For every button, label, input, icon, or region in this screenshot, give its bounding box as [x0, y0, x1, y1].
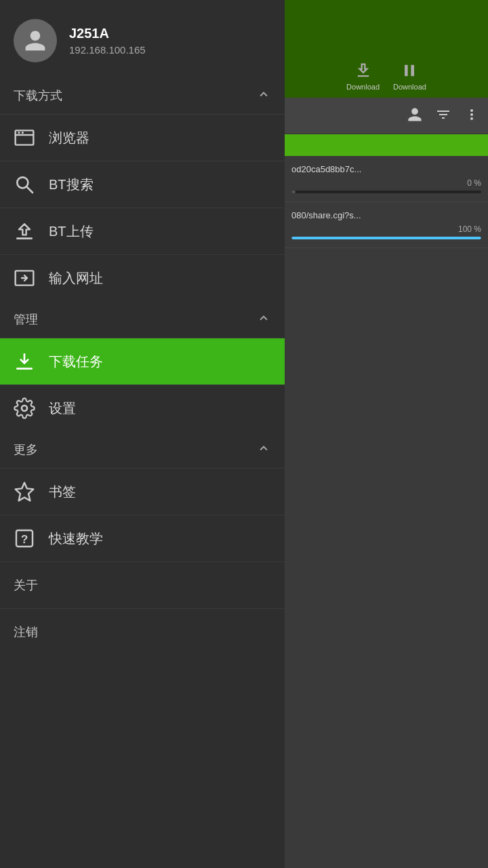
menu-item-browser[interactable]: 浏览器: [0, 114, 285, 161]
footer-logout-label: 注销: [14, 625, 38, 639]
user-ip: 192.168.100.165: [69, 44, 146, 56]
section-manage[interactable]: 管理: [0, 301, 285, 338]
user-name: J251A: [69, 26, 146, 41]
menu-item-download-tasks-label: 下载任务: [49, 353, 103, 371]
enter-url-icon: [14, 267, 35, 289]
chevron-up-icon-manage: [256, 311, 271, 328]
more-vert-icon[interactable]: [464, 106, 480, 125]
footer-about[interactable]: 关于: [0, 561, 285, 608]
download-tasks-icon: [14, 351, 35, 372]
download-item-1-title: od20ca5d8bb7c...: [291, 164, 481, 174]
download-item-2-progress-bar: [291, 237, 481, 239]
svg-point-2: [18, 132, 20, 134]
menu-item-enter-url[interactable]: 输入网址: [0, 254, 285, 301]
menu-item-bt-upload[interactable]: BT上传: [0, 208, 285, 254]
avatar: [14, 19, 57, 62]
user-icon[interactable]: [407, 106, 423, 125]
footer-about-label: 关于: [14, 578, 38, 592]
download-item-1[interactable]: od20ca5d8bb7c... 0 %: [285, 156, 488, 202]
download-tab-icon[interactable]: Download: [346, 61, 380, 91]
user-header: J251A 192.168.100.165: [0, 0, 285, 77]
download-item-1-progress-text: 0 %: [291, 178, 481, 188]
download-item-1-fill: [291, 191, 296, 193]
navigation-drawer: J251A 192.168.100.165 下载方式 浏览器 BT搜索: [0, 0, 285, 868]
menu-item-bt-search[interactable]: BT搜索: [0, 161, 285, 208]
download-item-2-progress-text: 100 %: [291, 224, 481, 234]
right-header: Download Download: [285, 0, 488, 98]
right-toolbar: [285, 98, 488, 134]
download-item-2-fill: [291, 237, 481, 239]
svg-text:?: ?: [21, 532, 28, 546]
section-download-method[interactable]: 下载方式: [0, 77, 285, 114]
menu-item-enter-url-label: 输入网址: [49, 269, 103, 288]
bt-upload-icon: [14, 220, 35, 242]
chevron-up-icon-more: [256, 441, 271, 458]
menu-item-bt-upload-label: BT上传: [49, 222, 94, 241]
section-more[interactable]: 更多: [0, 431, 285, 468]
bookmarks-icon: [14, 481, 35, 502]
download-item-1-progress-bar: [291, 191, 481, 193]
menu-item-quick-tutorial[interactable]: ? 快速教学: [0, 515, 285, 561]
bt-search-icon: [14, 174, 35, 195]
green-status-bar: [285, 134, 488, 156]
svg-point-9: [22, 406, 27, 411]
download-item-2[interactable]: 080/share.cgi?s... 100 %: [285, 202, 488, 248]
menu-item-bookmarks[interactable]: 书签: [0, 468, 285, 515]
svg-line-5: [26, 186, 33, 193]
download2-tab-label: Download: [393, 83, 426, 91]
right-panel: Download Download od20ca5d8bb7c... 0 %: [285, 0, 488, 868]
svg-point-3: [22, 132, 24, 134]
section-more-title: 更多: [14, 441, 38, 458]
download-item-2-title: 080/share.cgi?s...: [291, 210, 481, 220]
menu-item-settings[interactable]: 设置: [0, 384, 285, 431]
menu-item-settings-label: 设置: [49, 399, 76, 418]
menu-item-bt-search-label: BT搜索: [49, 176, 94, 194]
browser-icon: [14, 127, 35, 149]
footer-logout[interactable]: 注销: [0, 608, 285, 655]
download2-tab-icon[interactable]: Download: [393, 61, 426, 91]
user-info: J251A 192.168.100.165: [69, 26, 146, 56]
settings-icon: [14, 397, 35, 419]
quick-tutorial-icon: ?: [14, 528, 35, 549]
filter-icon[interactable]: [435, 106, 451, 125]
section-download-method-title: 下载方式: [14, 87, 62, 104]
download-tab-label: Download: [346, 83, 380, 91]
section-manage-title: 管理: [14, 311, 38, 328]
right-header-icons: Download Download: [346, 61, 426, 91]
menu-item-browser-label: 浏览器: [49, 129, 89, 147]
menu-item-bookmarks-label: 书签: [49, 483, 76, 501]
chevron-up-icon-download-method: [256, 87, 271, 104]
menu-item-download-tasks[interactable]: 下载任务: [0, 338, 285, 384]
menu-item-quick-tutorial-label: 快速教学: [49, 530, 103, 548]
